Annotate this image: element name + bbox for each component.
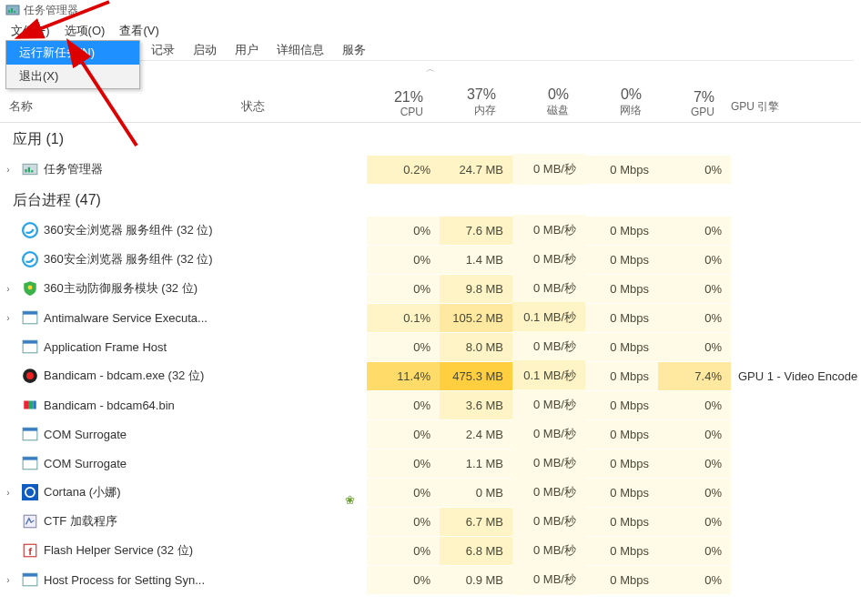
cell-disk: 0.1 MB/秒 [512,360,585,391]
svg-point-11 [23,252,37,267]
titlebar: 任务管理器 [0,0,861,20]
header-status[interactable]: 状态 [241,98,360,122]
svg-rect-14 [23,311,37,314]
process-name: Flash Helper Service (32 位) [44,542,248,559]
table-row[interactable]: Bandicam - bdcam64.bin0%3.6 MB0 MB/秒0 Mb… [0,390,861,419]
cell-disk: 0 MB/秒 [512,389,585,420]
cell-net: 0 Mbps [585,156,658,184]
cell-cpu: 0% [367,391,440,419]
table-row[interactable]: Bandicam - bdcam.exe (32 位)11.4%475.3 MB… [0,361,861,390]
cell-disk: 0 MB/秒 [512,535,585,566]
table-row[interactable]: 360安全浏览器 服务组件 (32 位)0%7.6 MB0 MB/秒0 Mbps… [0,216,861,245]
cell-disk: 0 MB/秒 [512,506,585,537]
svg-point-10 [23,223,37,237]
cell-disk: 0 MB/秒 [512,273,585,304]
taskmgr-icon [22,161,38,177]
cell-gpu: 0% [658,156,731,184]
table-row[interactable]: CTF 加载程序0%6.7 MB0 MB/秒0 Mbps0% [0,507,861,536]
tab-startup[interactable]: 启动 [184,40,226,60]
svg-rect-26 [22,484,38,500]
svg-rect-9 [31,170,33,172]
e360-icon [22,251,38,268]
cell-mem: 9.8 MB [440,275,512,303]
process-name: 360主动防御服务模块 (32 位) [44,280,248,297]
svg-rect-16 [23,340,37,343]
cell-mem: 2.4 MB [440,420,512,449]
cell-gpu: 0% [658,566,731,594]
cell-gpu: 0% [658,246,731,274]
expand-chevron-icon[interactable]: › [0,284,13,294]
header-cpu[interactable]: 21% CPU [360,89,432,122]
cell-gpu: 0% [658,449,731,478]
file-menu-dropdown: 运行新任务(N) 退出(X) [5,40,140,89]
svg-rect-3 [8,10,10,13]
cell-gpu: 0% [658,304,731,332]
svg-rect-4 [11,8,13,13]
expand-chevron-icon[interactable]: › [0,488,13,498]
menu-file[interactable]: 文件(F) [4,22,57,38]
header-memory[interactable]: 37% 内存 [432,86,505,122]
tab-services[interactable]: 服务 [333,40,375,60]
expand-chevron-icon[interactable]: › [0,165,13,175]
table-row[interactable]: ›Antimalware Service Executa...0.1%105.2… [0,303,861,332]
table-row[interactable]: fFlash Helper Service (32 位)0%6.8 MB0 MB… [0,536,861,565]
cell-gpu-engine: GPU 1 - Video Encode [731,369,861,383]
header-name[interactable]: 名称 [0,98,241,122]
table-row[interactable]: COM Surrogate0%1.1 MB0 MB/秒0 Mbps0% [0,449,861,478]
cell-cpu: 0% [367,566,440,594]
cell-net: 0 Mbps [585,362,658,390]
process-name: 360安全浏览器 服务组件 (32 位) [44,222,248,238]
cell-net: 0 Mbps [585,275,658,303]
table-row[interactable]: ›360主动防御服务模块 (32 位)0%9.8 MB0 MB/秒0 Mbps0… [0,274,861,303]
menu-run-new-task[interactable]: 运行新任务(N) [6,41,139,65]
cell-gpu: 0% [658,420,731,449]
cell-mem: 3.6 MB [440,391,512,419]
cell-net: 0 Mbps [585,420,658,449]
cell-mem: 8.0 MB [440,333,512,361]
table-row[interactable]: ›Cortana (小娜)❀0%0 MB0 MB/秒0 Mbps0% [0,478,861,507]
process-name: Bandicam - bdcam64.bin [44,399,248,412]
menu-view[interactable]: 查看(V) [112,22,166,38]
cell-gpu: 0% [658,217,731,245]
expand-chevron-icon[interactable]: › [0,313,13,323]
process-name: COM Surrogate [44,457,248,470]
tab-history[interactable]: 记录 [142,40,184,60]
tab-details[interactable]: 详细信息 [268,40,333,60]
bandicam64-icon [22,397,38,413]
cell-cpu: 0% [367,449,440,478]
cell-disk: 0.1 MB/秒 [512,302,585,333]
cell-disk: 0 MB/秒 [512,564,585,595]
cell-cpu: 0.1% [367,304,440,332]
svg-rect-8 [28,167,30,173]
menu-options[interactable]: 选项(O) [57,22,113,38]
table-row[interactable]: COM Surrogate0%2.4 MB0 MB/秒0 Mbps0% [0,419,861,449]
cell-cpu: 0% [367,275,440,303]
header-gpu[interactable]: 7% GPU [651,89,724,122]
table-row[interactable]: ›Host Process for Setting Syn...0%0.9 MB… [0,565,861,594]
cell-mem: 6.7 MB [440,508,512,536]
svg-rect-25 [23,457,37,459]
cell-net: 0 Mbps [585,508,658,536]
cell-mem: 1.4 MB [440,246,512,274]
leaf-icon: ❀ [345,493,355,507]
table-row[interactable]: 360安全浏览器 服务组件 (32 位)0%1.4 MB0 MB/秒0 Mbps… [0,245,861,274]
process-name: Host Process for Setting Syn... [44,573,248,587]
cell-mem: 0 MB [440,479,512,507]
svg-rect-32 [23,573,37,576]
ctf-icon [22,513,38,530]
header-disk[interactable]: 0% 磁盘 [505,86,578,122]
cell-net: 0 Mbps [585,479,658,507]
header-network[interactable]: 0% 网络 [578,86,651,122]
header-gpu-engine[interactable]: GPU 引擎 [724,99,861,122]
table-row[interactable]: ›任务管理器0.2%24.7 MB0 MB/秒0 Mbps0% [0,155,861,184]
cell-gpu: 0% [658,275,731,303]
cell-mem: 1.1 MB [440,449,512,478]
winapp-icon [22,338,38,355]
expand-chevron-icon[interactable]: › [0,575,13,585]
svg-rect-21 [33,401,35,409]
tab-users[interactable]: 用户 [226,40,268,60]
cell-net: 0 Mbps [585,566,658,594]
cell-cpu: 0% [367,508,440,536]
menu-exit[interactable]: 退出(X) [6,65,139,88]
table-row[interactable]: Application Frame Host0%8.0 MB0 MB/秒0 Mb… [0,332,861,361]
